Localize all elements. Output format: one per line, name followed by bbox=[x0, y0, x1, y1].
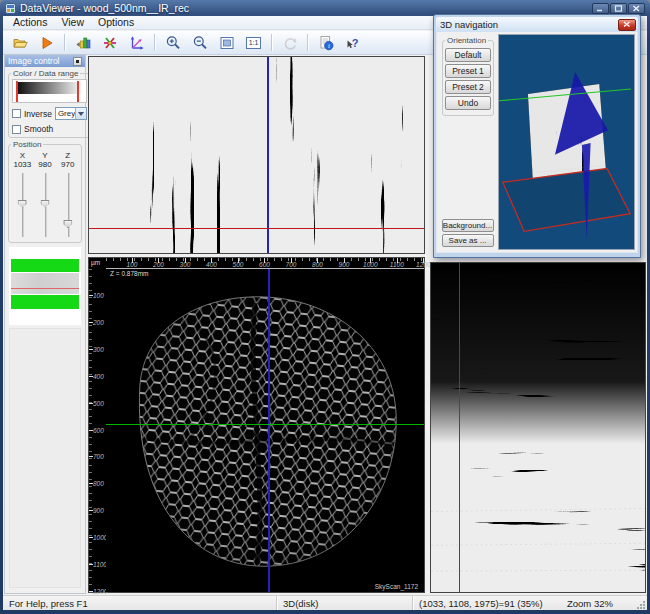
context-help-icon[interactable]: ? bbox=[341, 33, 364, 53]
orientation-label: Orientation bbox=[445, 36, 488, 45]
axes-icon[interactable] bbox=[125, 33, 148, 53]
axis-value: 980 bbox=[34, 160, 57, 169]
ruler-tick: 500 bbox=[89, 377, 106, 404]
close-button[interactable] bbox=[628, 3, 645, 14]
position-axis: X 1033 bbox=[11, 151, 34, 239]
status-coords-text: (1033, 1108, 1975)=91 (35%) bbox=[413, 598, 561, 609]
ruler-tick: 1000 bbox=[89, 511, 106, 538]
ruler-tick: 900 bbox=[318, 258, 345, 268]
nav3d-controls: Orientation DefaultPreset 1Preset 2Undo … bbox=[439, 34, 496, 250]
position-axis: Y 980 bbox=[34, 151, 57, 239]
image-control-header[interactable]: Image control bbox=[5, 55, 85, 67]
3d-view-icon[interactable] bbox=[98, 33, 121, 53]
color-range-histogram[interactable] bbox=[12, 79, 87, 103]
ruler-tick: 400 bbox=[89, 350, 106, 377]
ruler-tick: 200 bbox=[133, 258, 160, 268]
actual-size-icon[interactable]: 1:1 bbox=[242, 33, 265, 53]
zoom-in-icon[interactable] bbox=[161, 33, 184, 53]
status-zoom-text: Zoom 32% bbox=[561, 598, 633, 609]
minimize-button[interactable] bbox=[592, 3, 609, 14]
open-icon[interactable] bbox=[8, 33, 31, 53]
position-slider[interactable] bbox=[56, 171, 79, 239]
svg-text:i: i bbox=[327, 42, 329, 49]
main-slice-view[interactable]: µm 1002003004005006007008009001000110012… bbox=[88, 257, 425, 593]
info-icon[interactable]: i bbox=[314, 33, 337, 53]
slider-thumb[interactable] bbox=[18, 200, 27, 208]
red-slice-line[interactable] bbox=[89, 228, 424, 229]
side-slice-view[interactable] bbox=[430, 262, 646, 593]
ruler-tick: 700 bbox=[89, 431, 106, 458]
inverse-label: Inverse bbox=[24, 109, 52, 119]
grey-gradient bbox=[16, 82, 83, 94]
menu-item[interactable]: View bbox=[54, 16, 91, 29]
toolbar-separator bbox=[271, 34, 272, 51]
ruler-tick: 100 bbox=[89, 269, 106, 296]
nav3d-title-bar[interactable]: 3D navigation bbox=[436, 17, 638, 32]
orientation-preset-button[interactable]: Preset 2 bbox=[445, 80, 491, 94]
app-icon bbox=[5, 3, 16, 14]
palette-select[interactable]: Grey bbox=[55, 107, 87, 120]
image-control-title: Image control bbox=[8, 56, 60, 66]
ruler-tick: 300 bbox=[159, 258, 186, 268]
rotate-icon[interactable] bbox=[278, 33, 301, 53]
top-slice-view[interactable] bbox=[88, 56, 425, 254]
nav3d-bottom-buttons: Background... Save as ... bbox=[439, 217, 496, 250]
resize-grip[interactable] bbox=[633, 597, 646, 610]
ruler-tick: 900 bbox=[89, 484, 106, 511]
status-bar: For Help, press F1 3D(disk) (1033, 1108,… bbox=[3, 595, 647, 610]
image-control-panel: Image control Color / Data range Inverse… bbox=[4, 54, 86, 594]
position-axis: Z 970 bbox=[56, 151, 79, 239]
panel-menu-icon[interactable] bbox=[73, 57, 82, 66]
color-range-group: Color / Data range Inverse Grey S bbox=[8, 69, 91, 138]
red-slice-line[interactable] bbox=[459, 263, 460, 592]
ruler-tick: 500 bbox=[212, 258, 239, 268]
orientation-preset-button[interactable]: Undo bbox=[445, 96, 491, 110]
ruler-tick: 700 bbox=[265, 258, 292, 268]
axis-name: X bbox=[11, 151, 34, 160]
chevron-down-icon[interactable] bbox=[75, 108, 86, 119]
nav3d-window: 3D navigation Orientation DefaultPreset … bbox=[433, 14, 641, 258]
save-as-button[interactable]: Save as ... bbox=[442, 234, 494, 247]
play-icon[interactable] bbox=[35, 33, 58, 53]
cross-section-image[interactable]: Z = 0.878mm SkyScan_1172 bbox=[106, 269, 424, 592]
dataset-3d-icon[interactable] bbox=[71, 33, 94, 53]
blue-slice-line[interactable] bbox=[268, 269, 270, 592]
toolbar-separator bbox=[154, 34, 155, 51]
nav3d-viewport[interactable] bbox=[498, 34, 635, 250]
position-slider[interactable] bbox=[11, 171, 34, 239]
position-label: Position bbox=[11, 140, 43, 149]
ruler-tick: 600 bbox=[239, 258, 266, 268]
nav3d-title: 3D navigation bbox=[440, 19, 498, 30]
horizontal-ruler: 100200300400500600700800900100011001200 bbox=[106, 258, 424, 269]
inverse-checkbox[interactable] bbox=[12, 109, 21, 118]
fit-to-window-icon[interactable] bbox=[215, 33, 238, 53]
ruler-tick: 600 bbox=[89, 404, 106, 431]
menu-item[interactable]: Options bbox=[91, 16, 141, 29]
axis-value: 970 bbox=[56, 160, 79, 169]
green-slice-line[interactable] bbox=[106, 424, 424, 425]
position-slider[interactable] bbox=[34, 171, 57, 239]
close-icon[interactable] bbox=[618, 19, 636, 31]
orientation-preset-button[interactable]: Preset 1 bbox=[445, 64, 491, 78]
ruler-tick: 1000 bbox=[345, 258, 372, 268]
preview-green-bar bbox=[11, 295, 79, 309]
window-title: DataViewer - wood_500nm__IR_rec bbox=[20, 2, 189, 14]
preview-green-bar bbox=[11, 259, 79, 272]
status-help-text: For Help, press F1 bbox=[3, 598, 276, 609]
smooth-checkbox[interactable] bbox=[12, 125, 21, 134]
slider-thumb[interactable] bbox=[41, 200, 50, 208]
slider-thumb[interactable] bbox=[63, 220, 72, 228]
zoom-out-icon[interactable] bbox=[188, 33, 211, 53]
range-min-marker[interactable] bbox=[16, 81, 18, 102]
status-mode-text: 3D(disk) bbox=[277, 598, 412, 609]
blue-slice-line[interactable] bbox=[267, 57, 269, 253]
ruler-tick: 200 bbox=[89, 296, 106, 323]
menu-item[interactable]: Actions bbox=[6, 16, 54, 29]
palette-value: Grey bbox=[56, 109, 75, 118]
range-max-marker[interactable] bbox=[77, 81, 79, 102]
orientation-preset-button[interactable]: Default bbox=[445, 48, 491, 62]
scanner-label: SkyScan_1172 bbox=[375, 583, 418, 590]
maximize-button[interactable] bbox=[610, 3, 627, 14]
ruler-tick: 1100 bbox=[89, 538, 106, 565]
background-button[interactable]: Background... bbox=[442, 219, 494, 232]
